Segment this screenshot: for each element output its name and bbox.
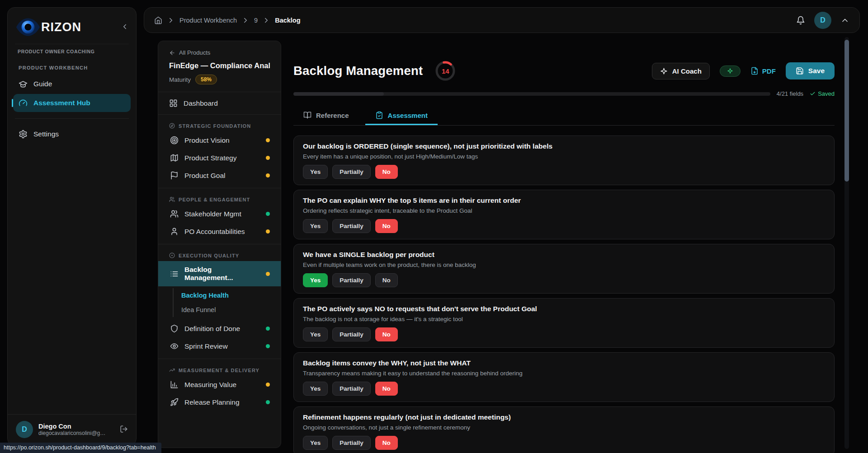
- nav-item-label: Product Strategy: [184, 154, 236, 162]
- chevron-left-icon: [121, 23, 129, 31]
- nav-subitem-backlog-health[interactable]: Backlog Health: [174, 288, 281, 303]
- answer-group: Yes Partially No: [303, 219, 825, 233]
- status-dot-yellow: [266, 173, 270, 177]
- score-value: 14: [434, 60, 456, 82]
- flag-icon: [170, 171, 179, 180]
- sparkles-icon: [660, 67, 668, 75]
- answer-yes-button[interactable]: Yes: [303, 165, 328, 179]
- sidebar-item-assessment-hub[interactable]: Assessment Hub: [13, 94, 131, 112]
- graduation-cap-icon: [19, 79, 28, 89]
- tab-assessment[interactable]: Assessment: [365, 105, 438, 125]
- nav-item-po-accountabilities[interactable]: PO Accountabilities: [158, 223, 281, 240]
- answer-no-button[interactable]: No: [375, 436, 398, 450]
- nav-section-strategic-foundation: STRATEGIC FOUNDATION Product Vision Prod…: [158, 114, 281, 188]
- topbar-avatar[interactable]: D: [814, 12, 831, 29]
- nav-section-label-text: MEASUREMENT & DELIVERY: [179, 368, 259, 373]
- nav-section-measurement-delivery: MEASUREMENT & DELIVERY Measuring Value R…: [158, 359, 281, 415]
- nav-item-stakeholder-mgmt[interactable]: Stakeholder Mgmt: [158, 205, 281, 223]
- answer-partially-button[interactable]: Partially: [332, 165, 371, 179]
- user-email: diegocavalariconsolini@gmail....: [38, 430, 107, 436]
- page-title: Backlog Management: [293, 64, 423, 78]
- tab-reference[interactable]: Reference: [293, 105, 359, 125]
- pdf-button[interactable]: PDF: [750, 67, 776, 75]
- nav-item-dashboard[interactable]: Dashboard: [158, 92, 281, 114]
- save-label: Save: [808, 67, 825, 75]
- answer-partially-button[interactable]: Partially: [332, 382, 371, 396]
- nav-item-product-strategy[interactable]: Product Strategy: [158, 149, 281, 167]
- nav-item-release-planning[interactable]: Release Planning: [158, 393, 281, 411]
- nav-item-product-goal[interactable]: Product Goal: [158, 167, 281, 184]
- brand-row: RIZON: [8, 8, 136, 41]
- nav-item-product-vision[interactable]: Product Vision: [158, 131, 281, 149]
- sidebar-nav: Guide Assessment Hub: [8, 75, 136, 112]
- answer-group: Yes Partially No: [303, 165, 825, 179]
- answer-partially-button[interactable]: Partially: [332, 436, 371, 450]
- avatar[interactable]: D: [16, 421, 33, 438]
- nav-item-label: Definition of Done: [184, 325, 240, 333]
- answer-no-button[interactable]: No: [375, 219, 398, 233]
- answer-group: Yes Partially No: [303, 436, 825, 450]
- logout-button[interactable]: [120, 425, 128, 434]
- nav-section-label-text: EXECUTION QUALITY: [179, 253, 239, 258]
- nav-item-definition-of-done[interactable]: Definition of Done: [158, 320, 281, 337]
- sidebar-collapse-button[interactable]: [121, 23, 129, 32]
- nav-section-label: MEASUREMENT & DELIVERY: [158, 363, 281, 376]
- main-content: Backlog Management 14 AI Coach PDF Sav: [293, 60, 835, 453]
- question-subtitle: Transparency means making it easy to und…: [303, 370, 825, 377]
- sidebar-item-label: Settings: [33, 130, 59, 138]
- title-row: Backlog Management 14 AI Coach PDF Sav: [293, 60, 835, 82]
- chevron-up-icon[interactable]: [840, 16, 849, 25]
- trending-up-icon: [169, 367, 175, 373]
- pdf-label: PDF: [762, 67, 776, 75]
- breadcrumb-9[interactable]: 9: [254, 17, 258, 24]
- question-card: Refinement happens regularly (not just i…: [293, 406, 835, 453]
- nav-item-backlog-management[interactable]: Backlog Management...: [158, 261, 281, 286]
- nav-section-label-text: PEOPLE & ENGAGEMENT: [179, 197, 250, 202]
- nav-section-label: STRATEGIC FOUNDATION: [158, 118, 281, 131]
- answer-no-button[interactable]: No: [375, 327, 398, 341]
- saved-label-text: Saved: [818, 90, 835, 97]
- answer-yes-button[interactable]: Yes: [303, 382, 328, 396]
- tab-label: Assessment: [388, 112, 428, 119]
- answer-yes-button[interactable]: Yes: [303, 327, 328, 341]
- brand-name: RIZON: [41, 20, 81, 34]
- answer-yes-button[interactable]: Yes: [303, 273, 328, 287]
- fields-count: 4/21 fields: [777, 90, 803, 97]
- answer-group: Yes Partially No: [303, 382, 825, 396]
- all-products-label: All Products: [179, 49, 210, 56]
- nav-item-sprint-review[interactable]: Sprint Review: [158, 337, 281, 355]
- answer-no-button[interactable]: No: [375, 165, 398, 179]
- answer-partially-button[interactable]: Partially: [332, 219, 371, 233]
- nav-subitem-idea-funnel[interactable]: Idea Funnel: [174, 303, 281, 317]
- answer-no-button[interactable]: No: [375, 273, 398, 287]
- answer-partially-button[interactable]: Partially: [332, 273, 371, 287]
- breadcrumb-separator-icon: [262, 16, 270, 24]
- save-button[interactable]: Save: [786, 62, 835, 79]
- question-subtitle: The backlog is not a storage for ideas —…: [303, 316, 825, 322]
- scrollbar-thumb[interactable]: [844, 40, 849, 182]
- ai-toggle[interactable]: [720, 65, 741, 77]
- answer-yes-button[interactable]: Yes: [303, 219, 328, 233]
- home-icon[interactable]: [154, 16, 162, 24]
- breadcrumb-backlog[interactable]: Backlog: [275, 17, 300, 24]
- breadcrumb-product-workbench[interactable]: Product Workbench: [179, 17, 237, 24]
- all-products-link[interactable]: All Products: [169, 49, 270, 56]
- fields-progress-bar: [293, 92, 770, 96]
- grid-icon: [169, 99, 178, 107]
- sidebar-item-label: Guide: [33, 80, 52, 88]
- answer-no-button[interactable]: No: [375, 382, 398, 396]
- bell-icon[interactable]: [796, 16, 805, 25]
- product-nav-sections: STRATEGIC FOUNDATION Product Vision Prod…: [158, 114, 281, 415]
- target-icon: [170, 136, 179, 145]
- status-url-bar: https://po.orizon.sh/product-dashboard/9…: [0, 443, 161, 453]
- ai-coach-label: AI Coach: [672, 67, 702, 75]
- sidebar-item-settings[interactable]: Settings: [13, 125, 131, 143]
- sidebar-item-guide[interactable]: Guide: [13, 75, 131, 93]
- orizon-logo-icon: [16, 17, 40, 37]
- question-title: The PO can explain WHY the top 5 items a…: [303, 196, 825, 205]
- answer-partially-button[interactable]: Partially: [332, 327, 371, 341]
- nav-item-measuring-value[interactable]: Measuring Value: [158, 376, 281, 393]
- ai-coach-button[interactable]: AI Coach: [652, 63, 710, 79]
- answer-yes-button[interactable]: Yes: [303, 436, 328, 450]
- gear-icon: [19, 130, 28, 139]
